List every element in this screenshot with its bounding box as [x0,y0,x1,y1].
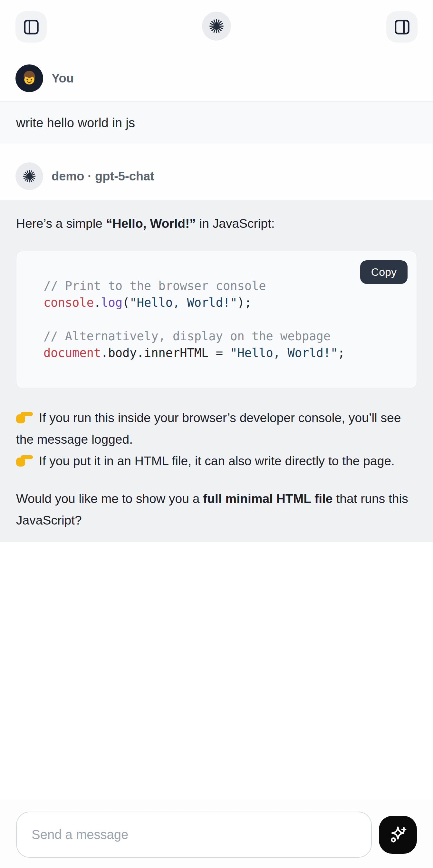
starburst-icon [22,169,37,184]
composer-bar [0,800,433,868]
sparkle-plus-icon [387,824,408,845]
model-badge [202,11,231,40]
code-block: Copy // Print to the browser consolecons… [16,251,417,388]
toggle-right-sidebar-button[interactable] [386,11,417,42]
code-line [43,311,404,328]
assistant-avatar [16,162,43,190]
user-message: You write hello world in js [0,54,433,144]
panel-left-icon [23,19,40,36]
user-avatar [16,64,43,92]
code-content: // Print to the browser consoleconsole.l… [43,278,404,362]
assistant-closing-text: Would you like me to show you a full min… [16,488,417,531]
top-bar [0,0,433,54]
assistant-message-header: demo · gpt-5-chat [0,144,433,200]
panel-right-icon [393,19,411,36]
user-message-header: You [0,54,433,101]
message-input[interactable] [16,812,372,858]
user-sender-label: You [52,71,74,85]
copy-code-button[interactable]: Copy [360,260,407,284]
code-line: // Print to the browser console [43,278,404,294]
assistant-message-body: Here’s a simple “Hello, World!” in JavaS… [0,200,433,542]
code-line: document.body.innerHTML = "Hello, World!… [43,345,404,362]
send-button[interactable] [379,816,417,854]
assistant-tips-text: 👉 If you run this inside your browser’s … [16,407,417,472]
user-message-text: write hello world in js [0,101,433,144]
code-line: // Alternatively, display on the webpage [43,328,404,345]
person-emoji-icon [20,69,38,87]
assistant-intro-text: Here’s a simple “Hello, World!” in JavaS… [16,213,417,234]
assistant-sender-label: demo · gpt-5-chat [52,169,154,183]
code-line: console.log("Hello, World!"); [43,294,404,311]
toggle-left-sidebar-button[interactable] [16,11,47,42]
starburst-icon [208,18,225,34]
assistant-message: demo · gpt-5-chat Here’s a simple “Hello… [0,144,433,542]
